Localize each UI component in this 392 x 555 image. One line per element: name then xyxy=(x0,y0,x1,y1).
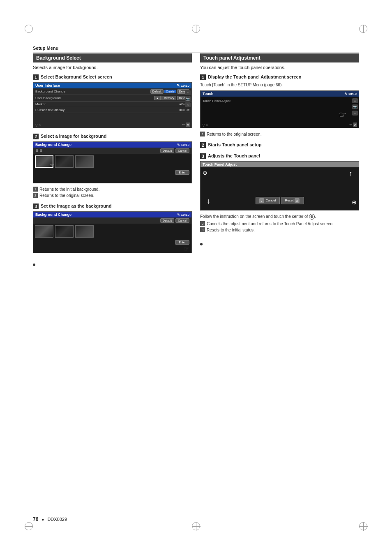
ui-btn-create[interactable]: Create xyxy=(164,90,176,93)
ui-right-icons: ≡ 📷 ○ xyxy=(185,90,191,107)
bg-thumb-2c[interactable] xyxy=(75,225,94,238)
left-step2-num: 2 xyxy=(33,134,39,139)
page-model: DDX8029 xyxy=(47,517,67,522)
bg-header-right2: ✎ 10:10 xyxy=(177,213,189,217)
right-column: Touch panel Adjustment You can adjust th… xyxy=(200,53,359,267)
right-note1-text: Returns to the original screen. xyxy=(207,132,261,137)
right-note1-num: 1 xyxy=(200,132,205,136)
ui-screen-header-icons: ✎ 10:10 xyxy=(177,83,189,88)
bg-thumb-2a[interactable] xyxy=(35,225,53,238)
ui-row1-label: Background Change xyxy=(35,90,150,93)
touch-icon-arrow: ⇐ xyxy=(349,123,353,127)
touch-icon-1: ≡ xyxy=(352,98,358,103)
reg-mark-br xyxy=(359,522,367,530)
touch-subheader: Touch Panel Adjust xyxy=(201,97,359,104)
bg-btn-default2[interactable]: Default xyxy=(160,218,174,223)
left-section-intro: Selects a image for background. xyxy=(33,65,192,70)
touch-edit-icon: ✎ xyxy=(344,92,347,96)
right-step3-num: 3 xyxy=(200,153,206,159)
two-column-layout: Background Select Selects a image for ba… xyxy=(33,53,359,267)
enter-btn1[interactable]: Enter xyxy=(175,170,189,175)
touch-sub-title: Touch Panel Adjust xyxy=(203,99,231,103)
note1-text: Returns to the initial background. xyxy=(39,187,99,192)
right-step2-num: 2 xyxy=(200,142,206,148)
right-step3-note3: 3 Resets to the initial status. xyxy=(200,227,359,233)
bg-edit-icon1: ✎ xyxy=(177,143,180,147)
right-step1-sub: Touch [Touch] in the SETUP Menu (page 66… xyxy=(200,82,359,88)
right-step3-text: Adjusts the Touch panel xyxy=(208,153,260,159)
bg-thumb-1c[interactable] xyxy=(75,155,94,168)
touch-icon-triangle: ▽ xyxy=(202,123,205,127)
ui-row2-label: User Background xyxy=(35,96,153,100)
right-step3: 3 Adjusts the Touch panel Touch Panel Ad… xyxy=(200,153,359,233)
touch-screen-header: Touch ✎ 10:10 xyxy=(201,91,359,97)
bullet-dot-left xyxy=(33,264,35,266)
right-note2-text: Cancels the adjustment and returns to th… xyxy=(207,221,334,227)
ui-row-marker: Marker ■On Off xyxy=(33,102,191,107)
ui-screen-body: User Interface ✎ 10:10 Background Change… xyxy=(33,83,191,128)
ui-row-user-bg: User Background ▲ Memory Delete xyxy=(33,95,191,102)
ui-row4-label: Russian text display xyxy=(35,108,179,112)
enter-btn-area2: Enter ☞ xyxy=(33,239,191,245)
bg-btn-default1[interactable]: Default xyxy=(160,148,174,153)
left-step1-text: Select Background Select screen xyxy=(41,74,112,80)
page-footer: 76 ● DDX8029 xyxy=(33,516,359,522)
icon-triangle: ▽ xyxy=(35,123,38,127)
tpa-cancel-btn[interactable]: 2 Cancel xyxy=(255,197,279,204)
reg-mark-bl xyxy=(25,522,33,530)
icon-a: A xyxy=(186,123,190,127)
ui-btn-up[interactable]: ▲ xyxy=(154,96,161,100)
hand-cursor-enter: ☞ xyxy=(184,245,189,253)
bg-thumb-2b[interactable] xyxy=(55,225,74,238)
tpa-reset-btn[interactable]: Reset 3 xyxy=(281,197,304,204)
right-step2-label: 2 Starts Touch panel setup xyxy=(200,142,359,148)
bg-header-right1: ✎ 10:10 xyxy=(177,143,189,147)
left-step2: 2 Select a image for background Backgrou… xyxy=(33,133,192,198)
bg-time2: 10:10 xyxy=(181,213,189,217)
bg-images-row2 xyxy=(33,224,191,239)
bg-btn-cancel2[interactable]: Cancel xyxy=(175,218,189,223)
tpa-screen-title: Touch Panel Adjust xyxy=(203,162,237,166)
ui-btn-default[interactable]: Default xyxy=(150,89,164,94)
bg-toolbar2: Default Cancel xyxy=(33,217,191,224)
left-bullet xyxy=(33,261,192,267)
bg-thumb-1a[interactable]: ☞ xyxy=(35,155,53,168)
arrow-up-icon: ↑ xyxy=(349,169,353,178)
center-target-icon: ⊕ xyxy=(309,214,315,220)
touch-icon-2: 📷 xyxy=(352,104,358,109)
reg-mark-tc xyxy=(192,25,200,33)
bg-btn-cancel1[interactable]: Cancel xyxy=(175,148,189,153)
right-step2-text: Starts Touch panel setup xyxy=(208,142,262,148)
bg-screen-body2: Background Change ✎ 10:10 Default Cancel xyxy=(33,212,191,253)
ui-russian-toggle: ■On Off xyxy=(179,109,189,111)
touch-icon-circle: ○ xyxy=(206,123,208,127)
left-step2-label: 2 Select a image for background xyxy=(33,133,192,139)
crosshair-br-icon: ⊕ xyxy=(352,199,357,206)
page-header: Setup Menu xyxy=(33,45,359,53)
right-step1: 1 Display the Touch panel Adjustment scr… xyxy=(200,74,359,137)
right-step1-num: 1 xyxy=(200,74,206,80)
bg-screen-header1: Background Change ✎ 10:10 xyxy=(33,142,191,148)
right-step3-label: 3 Adjusts the Touch panel xyxy=(200,153,359,159)
ui-row3-label: Marker xyxy=(35,102,179,106)
bg-thumb-1b[interactable] xyxy=(55,155,74,168)
touch-right-icons: ≡ 📷 ○ xyxy=(352,98,358,116)
reg-mark-tl xyxy=(25,25,33,33)
touch-icon-a: A xyxy=(353,123,357,127)
reg-mark-bc xyxy=(192,522,200,530)
left-step3-label: 3 Set the image as the background xyxy=(33,203,192,209)
right-note3-num: 3 xyxy=(200,227,205,232)
ui-screen-header: User Interface ✎ 10:10 xyxy=(33,83,191,88)
hand-cursor-icon: ☞ xyxy=(49,162,55,169)
bottom-left-icons: ▽ ○ xyxy=(35,123,41,127)
ui-edit-icon: ✎ xyxy=(177,83,180,88)
enter-btn2[interactable]: Enter xyxy=(175,240,189,245)
ui-btn-memory[interactable]: Memory xyxy=(161,96,176,100)
ui-row-bg-change: Background Change Default Create Delete xyxy=(33,88,191,95)
right-note3-text: Resets to the initial status. xyxy=(207,227,255,233)
icon-menu1: ≡ xyxy=(185,90,191,95)
touch-bottom-icons: ▽ ○ ⇐ A xyxy=(202,123,357,127)
right-bullet xyxy=(200,241,359,247)
page-header-title: Setup Menu xyxy=(33,46,58,51)
right-step1-note: 1 Returns to the original screen. xyxy=(200,132,359,137)
